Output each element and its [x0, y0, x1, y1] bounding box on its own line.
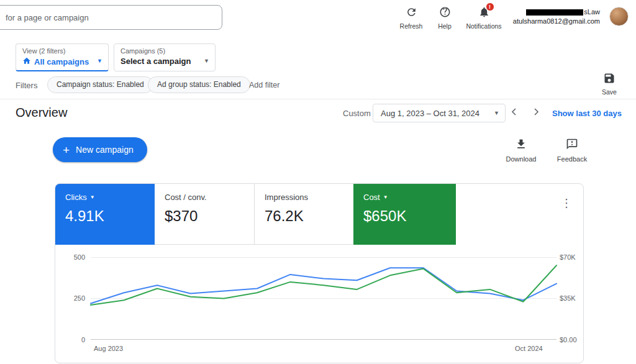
account-name-suffix: sLaw: [584, 8, 600, 16]
show-last-30-days-link[interactable]: Show last 30 days: [552, 109, 622, 118]
filter-chip-ad-group-status[interactable]: Ad group status: Enabled: [148, 76, 250, 93]
new-campaign-button[interactable]: + New campaign: [53, 137, 147, 162]
left-axis-tick: 250: [55, 295, 85, 302]
previous-period-button[interactable]: [507, 106, 521, 120]
metric-card-impressions[interactable]: Impressions 76.2K: [254, 184, 353, 245]
more-options-icon[interactable]: ⋮: [561, 198, 572, 209]
metric-strip-spacer: [456, 184, 583, 245]
date-range-value: Aug 1, 2023 – Oct 31, 2024: [381, 109, 479, 118]
account-name-line: sLaw: [513, 7, 600, 17]
page-title: Overview: [16, 106, 67, 120]
date-mode-label: Custom: [343, 109, 371, 118]
notifications-button[interactable]: ! Notifications: [465, 6, 503, 30]
avatar[interactable]: [609, 7, 629, 26]
download-button[interactable]: Download: [506, 138, 537, 163]
save-button[interactable]: Save: [596, 72, 622, 96]
left-axis-tick: 500: [55, 254, 85, 261]
metric-card-cost[interactable]: Cost▼ $650K: [353, 184, 456, 245]
date-range-selector[interactable]: Aug 1, 2023 – Oct 31, 2024 ▼: [373, 104, 506, 122]
header-divider: [0, 99, 636, 99]
home-icon: [22, 57, 31, 67]
metric-strip: Clicks▼ 4.91K Cost / conv. $370 Impressi…: [55, 184, 583, 245]
metric-impressions-value: 76.2K: [265, 207, 343, 225]
x-axis-tick-start: Aug 2023: [94, 345, 123, 352]
refresh-button[interactable]: Refresh: [398, 6, 425, 30]
metric-cost-conv-value: $370: [165, 207, 244, 225]
feedback-label: Feedback: [557, 155, 587, 163]
metric-impressions-label: Impressions: [265, 193, 308, 202]
campaign-selector[interactable]: Campaigns (5) Select a campaign ▼: [114, 43, 216, 71]
google-ads-overview-page: Refresh Help ! Notifications sLaw atulsh…: [0, 0, 636, 364]
metric-cost-conv-label: Cost / conv.: [165, 193, 207, 202]
bell-icon: !: [478, 6, 490, 20]
overview-metrics-card: Clicks▼ 4.91K Cost / conv. $370 Impressi…: [55, 183, 584, 363]
save-label: Save: [602, 88, 617, 96]
right-axis-tick: $35K: [560, 295, 597, 302]
chart-plot: [91, 257, 556, 340]
chevron-down-icon: ▼: [383, 194, 388, 200]
account-info[interactable]: sLaw atulsharma0812@gmail.com: [513, 7, 600, 27]
left-axis-tick: 0: [55, 337, 85, 344]
metric-card-clicks[interactable]: Clicks▼ 4.91K: [55, 184, 155, 245]
chevron-right-icon: [531, 107, 541, 119]
search-input[interactable]: [0, 5, 222, 30]
right-axis-tick: $70K: [560, 254, 597, 261]
metric-cost-value: $650K: [363, 207, 446, 225]
refresh-label: Refresh: [400, 22, 423, 30]
chevron-down-icon: ▼: [97, 58, 102, 64]
right-axis-tick: $0.00: [560, 337, 597, 344]
overview-chart: 500 250 0 $70K $35K $0.00 Aug 2023 Oct 2…: [55, 245, 583, 363]
view-selector-label: View (2 filters): [22, 47, 92, 55]
help-button[interactable]: Help: [431, 6, 458, 30]
download-icon: [515, 138, 527, 153]
notifications-label: Notifications: [466, 22, 501, 30]
add-filter-button[interactable]: Add filter: [249, 81, 279, 89]
metric-clicks-value: 4.91K: [65, 207, 145, 225]
notification-badge: !: [486, 2, 494, 11]
chevron-down-icon: ▼: [494, 110, 499, 116]
metric-clicks-label: Clicks: [65, 193, 87, 202]
feedback-icon: [566, 138, 578, 153]
plus-icon: +: [63, 144, 70, 156]
redacted-account-name: [526, 9, 583, 16]
chevron-left-icon: [509, 107, 519, 119]
save-icon: [603, 72, 616, 87]
metric-card-cost-per-conv[interactable]: Cost / conv. $370: [155, 184, 254, 245]
x-axis-tick-end: Oct 2024: [515, 345, 543, 352]
filters-label: Filters: [16, 81, 37, 90]
download-label: Download: [506, 155, 537, 163]
new-campaign-label: New campaign: [76, 145, 134, 155]
chevron-down-icon: ▼: [204, 58, 209, 64]
help-label: Help: [438, 22, 452, 30]
chevron-down-icon: ▼: [90, 194, 95, 200]
view-selector[interactable]: View (2 filters) All campaigns ▼: [16, 43, 109, 71]
refresh-icon: [406, 6, 417, 20]
metric-cost-label: Cost: [363, 193, 380, 202]
feedback-button[interactable]: Feedback: [555, 138, 589, 163]
view-selector-value: All campaigns: [34, 57, 89, 66]
filter-chip-campaign-status[interactable]: Campaign status: Enabled: [47, 76, 153, 93]
campaign-selector-label: Campaigns (5): [120, 47, 199, 55]
campaign-selector-value: Select a campaign: [120, 57, 191, 66]
help-icon: [439, 6, 451, 20]
next-period-button[interactable]: [529, 106, 543, 120]
account-email: atulsharma0812@gmail.com: [513, 17, 600, 26]
